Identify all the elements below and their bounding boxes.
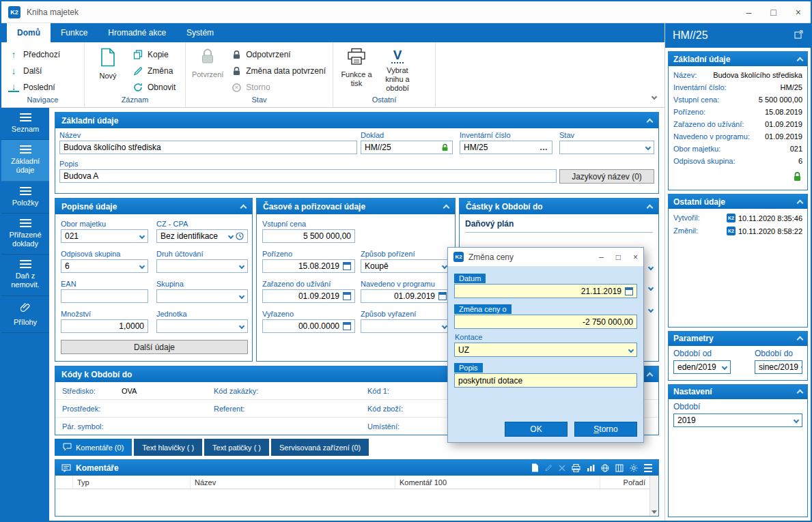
dropdown-button[interactable] [236, 294, 244, 298]
collapse-icon[interactable] [647, 204, 654, 211]
column-typ[interactable]: Typ [73, 476, 191, 489]
vertical-scrollbar[interactable] [649, 476, 658, 516]
unconfirm-button[interactable]: Odpotvrzení [227, 46, 330, 63]
refresh-button[interactable]: Obnovit [128, 79, 180, 96]
dropdown-button[interactable] [645, 265, 653, 270]
dropdown-button[interactable] [236, 324, 244, 328]
dropdown-button[interactable] [645, 286, 653, 290]
tab-text-hlavicky[interactable]: Text hlavičky ( ) [134, 439, 202, 456]
collapse-icon[interactable] [797, 336, 804, 343]
collapse-icon[interactable] [797, 199, 804, 206]
sidebar-item-zakladni-udaje[interactable]: Základní údaje [1, 140, 49, 181]
tab-domu[interactable]: Domů [7, 23, 51, 42]
popis-input[interactable]: Budova A [59, 169, 557, 183]
tab-text-paticky[interactable]: Text patičky ( ) [204, 439, 269, 456]
columns-icon[interactable] [615, 464, 624, 472]
sidebar-item-polozky[interactable]: Položky [1, 182, 49, 214]
dropdown-button[interactable] [798, 365, 802, 369]
porizeno-input[interactable]: 15.08.2019 [262, 259, 355, 273]
maximize-button[interactable]: □ [770, 7, 776, 18]
chart-icon[interactable] [587, 464, 595, 472]
menu-icon[interactable] [644, 464, 652, 472]
obdobi-od-input[interactable]: eden/2019 [673, 360, 731, 374]
collapse-icon[interactable] [647, 118, 654, 125]
collapse-icon[interactable] [443, 204, 450, 211]
zarazeno-input[interactable]: 01.09.2019 [262, 289, 355, 303]
tab-servisovana-zarizeni[interactable]: Servisovaná zařízení (0) [271, 439, 369, 456]
obdobi-do-input[interactable]: sinec/2019 [755, 360, 802, 374]
scroll-down-icon[interactable] [652, 510, 657, 514]
more-button[interactable]: … [540, 143, 548, 152]
settings-icon[interactable] [630, 464, 638, 472]
sidebar-item-dan-z-nemovitosti[interactable]: Daň z nemovit. [1, 255, 49, 295]
new-comment-icon[interactable] [531, 463, 539, 472]
sidebar-item-seznam[interactable]: Seznam [1, 108, 49, 140]
collapse-icon[interactable] [797, 57, 804, 63]
collapse-icon[interactable] [240, 204, 247, 211]
dropdown-button[interactable] [645, 308, 653, 312]
stav-input[interactable] [559, 141, 654, 154]
dropdown-button[interactable] [236, 264, 244, 268]
dropdown-button[interactable] [439, 264, 447, 268]
obor-majetku-input[interactable]: 021 [61, 229, 148, 243]
calendar-icon[interactable] [625, 287, 633, 295]
comments-table-body[interactable] [55, 489, 649, 516]
vstupni-cena-input[interactable]: 5 500 000,00 [262, 229, 355, 243]
druh-uctovani-input[interactable] [156, 259, 248, 273]
collapse-icon[interactable] [797, 390, 804, 396]
dialog-close-button[interactable]: × [633, 252, 638, 262]
dropdown-button[interactable] [137, 234, 144, 238]
next-button[interactable]: ↓ Další [4, 63, 81, 79]
kontace-input[interactable]: UZ [454, 343, 637, 357]
functions-print-button[interactable]: Funkce a tisk [336, 44, 377, 89]
ribbon-collapse-button[interactable] [652, 89, 656, 102]
calendar-icon[interactable] [343, 322, 351, 330]
select-book-period-button[interactable]: V Vybrat knihu a období [377, 44, 418, 93]
dropdown-button[interactable] [643, 145, 650, 149]
minimize-button[interactable]: – [746, 7, 752, 18]
storno-button[interactable]: Storno [574, 422, 637, 437]
previous-button[interactable]: ↑ Předchozí [4, 46, 81, 63]
tab-system[interactable]: Systém [176, 23, 224, 42]
printer-icon[interactable] [572, 464, 580, 472]
vyrazeno-input[interactable]: 00.00.0000 [262, 319, 355, 333]
dialog-maximize-button[interactable]: □ [616, 252, 621, 262]
sidebar-item-prilohy[interactable]: Přílohy [1, 296, 49, 333]
globe-icon[interactable] [601, 464, 609, 472]
sidebar-item-prirazene-doklady[interactable]: Přiřazené doklady [1, 214, 49, 255]
collapse-icon[interactable] [647, 372, 654, 379]
column-komentar[interactable]: Komentář 100 [395, 476, 600, 489]
zpusob-vyrazeni-input[interactable] [361, 319, 451, 333]
language-name-button[interactable]: Jazykový název (0) [559, 169, 654, 184]
cz-cpa-input[interactable]: Bez identifikace [156, 229, 248, 243]
zpusob-porizeni-input[interactable]: Koupě [361, 259, 451, 273]
column-poradi[interactable]: Pořadí [600, 476, 649, 489]
close-button[interactable]: × [796, 7, 801, 18]
inventarni-cislo-input[interactable]: HM/25 … [460, 141, 552, 154]
change-button[interactable]: Změna [128, 63, 180, 79]
last-button[interactable]: ↓ Poslední [4, 79, 81, 96]
skupina-input[interactable] [156, 289, 248, 303]
tab-hromadne-akce[interactable]: Hromadné akce [98, 23, 176, 42]
dialog-minimize-button[interactable]: – [599, 252, 604, 262]
clock-icon[interactable] [236, 232, 244, 240]
tab-komentare[interactable]: Komentáře (0) [55, 439, 132, 456]
change-confirm-date-button[interactable]: Změna data potvrzení [227, 63, 330, 79]
dropdown-button[interactable] [225, 234, 233, 238]
ok-button[interactable]: OK [505, 422, 568, 437]
mnozstvi-input[interactable]: 1,0000 [61, 319, 148, 333]
jednotka-input[interactable] [156, 319, 248, 333]
odpisova-skupina-input[interactable]: 6 [61, 259, 148, 273]
navedeno-input[interactable]: 01.09.2019 [361, 289, 451, 303]
column-nazev[interactable]: Název [191, 476, 395, 489]
tab-funkce[interactable]: Funkce [51, 23, 98, 42]
dropdown-button[interactable] [137, 264, 144, 268]
popis-input[interactable]: poskytnutí dotace [454, 373, 637, 388]
dropdown-button[interactable] [719, 365, 727, 369]
datum-input[interactable]: 21.11.2019 [454, 284, 637, 298]
obdobi-input[interactable]: 2019 [673, 414, 802, 427]
calendar-icon[interactable] [343, 292, 351, 300]
dropdown-button[interactable] [439, 324, 447, 328]
calendar-icon[interactable] [438, 292, 447, 300]
zmena-ceny-input[interactable]: -2 750 000,00 [454, 315, 637, 329]
